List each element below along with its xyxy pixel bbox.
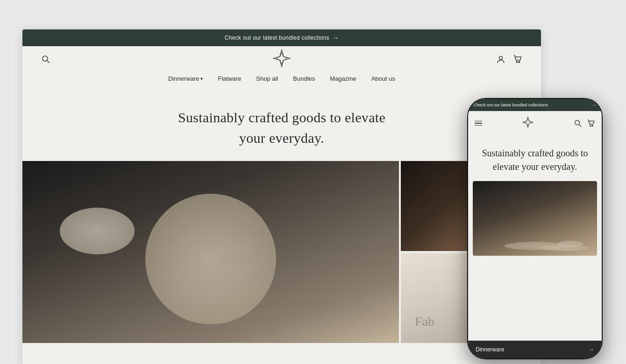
svg-point-12 bbox=[592, 125, 593, 126]
desktop-browser: Check out our latest bundled collections… bbox=[22, 29, 541, 364]
header-left bbox=[41, 55, 50, 64]
logo-area[interactable] bbox=[271, 48, 292, 70]
account-icon[interactable] bbox=[496, 55, 505, 64]
brand-logo bbox=[271, 48, 292, 70]
phone-mockup: Check out our latest bundled collections… bbox=[467, 98, 603, 359]
nav-bundles[interactable]: Bundles bbox=[293, 75, 315, 82]
fab-watermark: Fab bbox=[415, 314, 434, 329]
hero-heading: Sustainably crafted goods to elevate you… bbox=[22, 91, 541, 161]
navigation: Dinnerware ▾ Flatware Shop all Bundles M… bbox=[22, 72, 541, 91]
phone-bottom-bar[interactable]: Dinnerware → bbox=[468, 341, 602, 358]
phone-header-icons bbox=[574, 119, 595, 127]
svg-point-5 bbox=[516, 62, 517, 63]
svg-line-1 bbox=[47, 61, 50, 63]
phone-announcement-arrow: → bbox=[592, 103, 596, 107]
search-icon[interactable] bbox=[41, 55, 50, 64]
phone-search-icon[interactable] bbox=[574, 119, 582, 127]
phone-header bbox=[468, 111, 602, 135]
svg-point-0 bbox=[43, 56, 48, 61]
phone-screen: Check out our latest bundled collections… bbox=[468, 99, 602, 358]
svg-point-9 bbox=[575, 120, 580, 125]
nav-shop-all[interactable]: Shop all bbox=[256, 75, 278, 82]
hero-image-grid: Fab bbox=[22, 161, 541, 343]
svg-point-11 bbox=[590, 125, 591, 126]
hero-image-left bbox=[22, 161, 399, 343]
announcement-arrow: → bbox=[332, 34, 339, 42]
svg-marker-8 bbox=[524, 119, 531, 126]
phone-announcement-bar[interactable]: Check out our latest bundled collections… bbox=[468, 99, 602, 111]
cart-icon[interactable] bbox=[513, 55, 522, 64]
phone-hero-heading: Sustainably crafted goods to elevate you… bbox=[468, 135, 602, 181]
nav-magazine[interactable]: Magazine bbox=[330, 75, 356, 82]
hamburger-icon[interactable] bbox=[475, 121, 482, 126]
nav-about-us[interactable]: About us bbox=[371, 75, 395, 82]
header-right bbox=[496, 55, 522, 64]
svg-marker-3 bbox=[276, 52, 287, 64]
phone-category-label: Dinnerware bbox=[476, 346, 504, 353]
announcement-text: Check out our latest bundled collections bbox=[225, 35, 329, 41]
svg-line-10 bbox=[579, 125, 582, 127]
chevron-down-icon: ▾ bbox=[200, 76, 203, 81]
phone-brand-logo[interactable] bbox=[521, 116, 534, 131]
nav-dinnerware[interactable]: Dinnerware ▾ bbox=[168, 75, 203, 82]
nav-flatware[interactable]: Flatware bbox=[218, 75, 241, 82]
phone-cart-icon[interactable] bbox=[587, 119, 595, 127]
svg-point-4 bbox=[499, 56, 503, 60]
phone-hero-image bbox=[473, 181, 597, 256]
svg-point-6 bbox=[519, 62, 519, 63]
header bbox=[22, 46, 541, 72]
announcement-bar[interactable]: Check out our latest bundled collections… bbox=[22, 29, 541, 46]
phone-bottom-arrow: → bbox=[589, 346, 594, 353]
phone-announcement-text: Check out our latest bundled collections bbox=[474, 103, 548, 107]
